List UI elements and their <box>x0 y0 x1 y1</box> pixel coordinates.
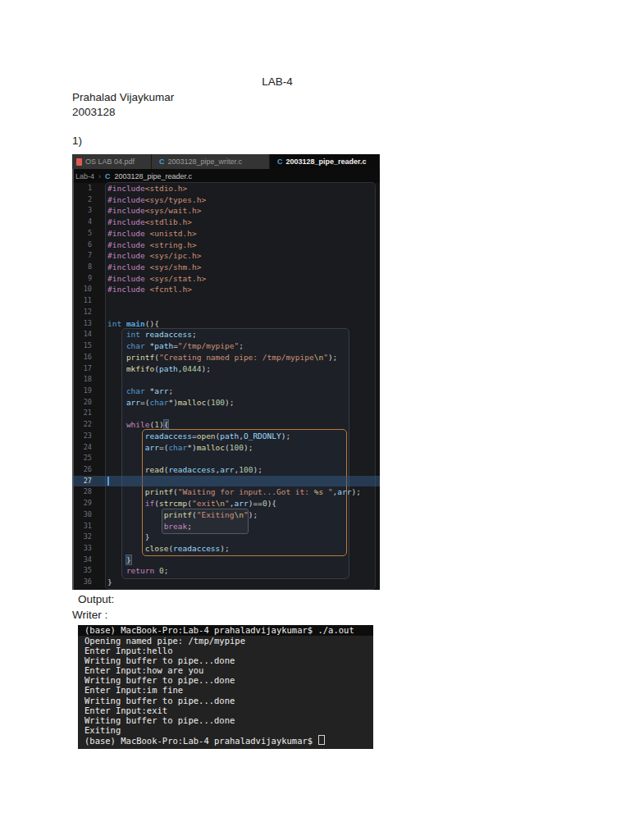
terminal-line: Enter Input:exit <box>78 705 373 715</box>
line-content: } <box>105 555 380 566</box>
line-number: 31 <box>72 521 105 532</box>
line-number: 22 <box>72 419 105 431</box>
line-number: 3 <box>72 205 105 217</box>
c-icon: C <box>159 158 165 166</box>
line-number: 11 <box>72 295 105 307</box>
line-content: #include<stdlib.h> <box>105 217 380 228</box>
code-area[interactable]: 1#include<stdio.h>2#include<sys/types.h>… <box>72 183 380 590</box>
code-line-29: 29 if(strcmp("exit\n",arr)==0){ <box>72 498 380 509</box>
line-number: 33 <box>72 543 105 555</box>
tab-2003128-pipe-reader-c[interactable]: C2003128_pipe_reader.c <box>270 154 380 169</box>
line-number: 7 <box>72 250 105 262</box>
code-line-22: 22 while(1){ <box>72 419 380 431</box>
line-content: printf("Exiting\n"); <box>105 509 380 521</box>
page-title: LAB-4 <box>72 75 482 89</box>
breadcrumb-folder[interactable]: Lab-4 <box>75 172 94 180</box>
line-content: printf("Creating named pipe: /tmp/mypipe… <box>105 352 380 363</box>
code-line-27: 27 <box>72 476 380 487</box>
line-content: #include<stdio.h> <box>105 183 380 194</box>
line-number: 15 <box>72 340 105 352</box>
code-line-31: 31 break; <box>72 521 380 532</box>
code-line-33: 33 close(readaccess); <box>72 543 380 555</box>
line-number: 8 <box>72 262 105 273</box>
code-line-26: 26 read(readaccess,arr,100); <box>72 464 380 476</box>
line-content: while(1){ <box>105 419 380 431</box>
code-line-36: 36} <box>72 577 380 588</box>
code-line-2: 2#include<sys/types.h> <box>72 194 380 206</box>
code-line-23: 23 readaccess=open(path,O_RDONLY); <box>72 431 380 442</box>
terminal-line: Enter Input:how are you <box>78 665 373 675</box>
breadcrumb[interactable]: Lab-4 › C 2003128_pipe_reader.c <box>72 169 380 183</box>
code-line-28: 28 printf("Waiting for input...Got it: %… <box>72 486 380 498</box>
line-number: 30 <box>72 509 105 521</box>
line-number: 2 <box>72 194 105 206</box>
question-label: 1) <box>72 134 82 148</box>
code-line-35: 35 return 0; <box>72 565 380 577</box>
line-number: 19 <box>72 386 105 397</box>
line-number: 28 <box>72 486 105 498</box>
code-line-24: 24 arr=(char*)malloc(100); <box>72 442 380 454</box>
terminal-line: Enter Input:im fine <box>78 685 373 695</box>
line-content: read(readaccess,arr,100); <box>105 464 380 476</box>
student-id: 2003128 <box>72 105 116 120</box>
line-content: #include <sys/stat.h> <box>105 273 380 285</box>
vscode-screenshot: OS LAB 04.pdfC2003128_pipe_writer.cC2003… <box>72 154 380 590</box>
code-line-5: 5#include <unistd.h> <box>72 228 380 240</box>
terminal-line: Writing buffer to pipe...done <box>78 715 373 725</box>
code-line-14: 14 int readaccess; <box>72 329 380 340</box>
line-number: 20 <box>72 397 105 409</box>
line-number: 23 <box>72 431 105 442</box>
terminal-line: (base) MacBook-Pro:Lab-4 prahaladvijayku… <box>78 625 373 636</box>
code-line-32: 32 } <box>72 532 380 543</box>
code-line-3: 3#include<sys/wait.h> <box>72 205 380 217</box>
line-content: return 0; <box>105 565 380 577</box>
line-number: 32 <box>72 532 105 543</box>
tab-bar: OS LAB 04.pdfC2003128_pipe_writer.cC2003… <box>72 154 380 169</box>
line-content <box>105 374 380 386</box>
code-line-15: 15 char *path="/tmp/mypipe"; <box>72 340 380 352</box>
terminal-cursor <box>318 735 325 745</box>
line-number: 18 <box>72 374 105 386</box>
line-content: printf("Waiting for input...Got it: %s "… <box>105 486 380 498</box>
terminal-line: Exiting <box>78 725 373 735</box>
code-line-1: 1#include<stdio.h> <box>72 183 380 194</box>
line-content: char *arr; <box>105 386 380 397</box>
line-content: #include<sys/wait.h> <box>105 205 380 217</box>
code-line-20: 20 arr=(char*)malloc(100); <box>72 397 380 409</box>
line-number: 21 <box>72 408 105 419</box>
line-content <box>105 408 380 419</box>
text-cursor <box>107 477 109 486</box>
code-line-4: 4#include<stdlib.h> <box>72 217 380 228</box>
output-label: Output: <box>78 592 114 607</box>
line-content: close(readaccess); <box>105 543 380 555</box>
line-number: 6 <box>72 240 105 251</box>
line-content: } <box>105 532 380 543</box>
line-number: 25 <box>72 453 105 464</box>
line-number: 26 <box>72 464 105 476</box>
line-number: 10 <box>72 284 105 295</box>
line-number: 5 <box>72 228 105 240</box>
line-number: 12 <box>72 307 105 318</box>
line-content: int readaccess; <box>105 329 380 340</box>
tab-os-lab-04-pdf[interactable]: OS LAB 04.pdf <box>72 154 152 169</box>
code-line-8: 8#include <sys/shm.h> <box>72 262 380 273</box>
code-line-13: 13int main(){ <box>72 318 380 330</box>
line-content: if(strcmp("exit\n",arr)==0){ <box>105 498 380 509</box>
line-content: break; <box>105 521 380 532</box>
tab-label: 2003128_pipe_reader.c <box>286 158 367 166</box>
tab-2003128-pipe-writer-c[interactable]: C2003128_pipe_writer.c <box>152 154 270 169</box>
code-line-6: 6#include <string.h> <box>72 240 380 251</box>
line-number: 16 <box>72 352 105 363</box>
line-content: char *path="/tmp/mypipe"; <box>105 340 380 352</box>
chevron-right-icon: › <box>98 172 101 180</box>
line-content: #include <unistd.h> <box>105 228 380 240</box>
breadcrumb-file[interactable]: 2003128_pipe_reader.c <box>115 172 193 180</box>
line-content: #include <sys/ipc.h> <box>105 250 380 262</box>
line-content: readaccess=open(path,O_RDONLY); <box>105 431 380 442</box>
code-line-25: 25 <box>72 453 380 464</box>
terminal-line: Opening named pipe: /tmp/mypipe <box>78 636 373 646</box>
code-line-9: 9#include <sys/stat.h> <box>72 273 380 285</box>
line-content: } <box>105 577 380 588</box>
line-number: 13 <box>72 318 105 330</box>
tab-label: 2003128_pipe_writer.c <box>168 158 243 166</box>
